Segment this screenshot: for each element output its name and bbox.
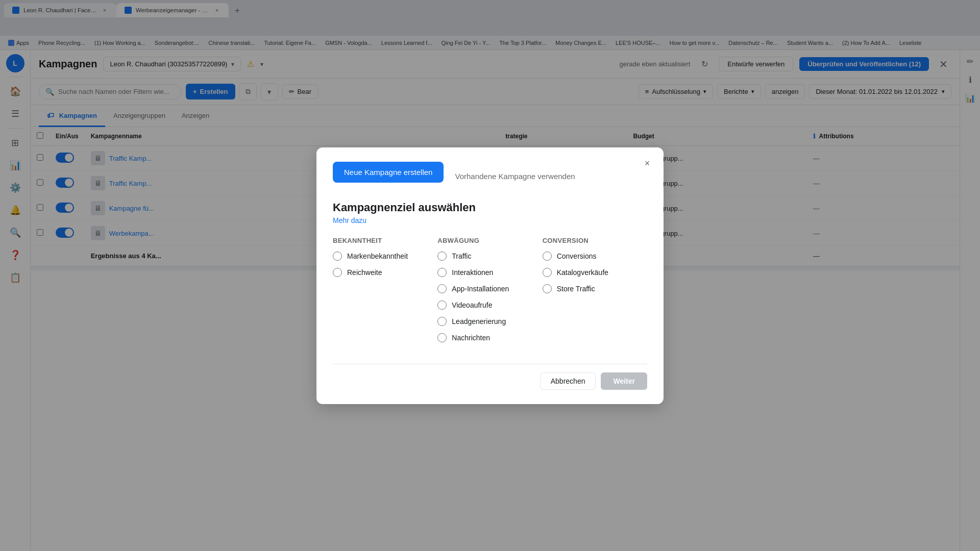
modal-overlay[interactable]: × Neue Kampagne erstellen Vorhandene Kam… <box>0 0 980 551</box>
cancel-button[interactable]: Abbrechen <box>540 372 596 390</box>
close-icon: × <box>645 158 650 169</box>
col-header-abwaegung: Abwägung <box>437 237 542 244</box>
modal-subtitle-link[interactable]: Mehr dazu <box>333 216 647 224</box>
modal-footer: Abbrechen Weiter <box>333 364 647 390</box>
campaign-goal-modal: × Neue Kampagne erstellen Vorhandene Kam… <box>316 147 664 404</box>
option-store-traffic[interactable]: Store Traffic <box>543 284 647 293</box>
weiter-button[interactable]: Weiter <box>601 372 647 390</box>
radio-store-traffic[interactable] <box>543 284 552 293</box>
label-traffic: Traffic <box>452 252 471 260</box>
modal-column-conversion: Conversion Conversions Katalogverkäufe S… <box>543 237 647 349</box>
modal-close-button[interactable]: × <box>639 156 655 172</box>
radio-markenbekanntheit[interactable] <box>333 252 342 261</box>
label-store-traffic: Store Traffic <box>557 285 595 293</box>
radio-katalogverkaeufe[interactable] <box>543 268 552 277</box>
option-nachrichten[interactable]: Nachrichten <box>437 333 542 342</box>
modal-tab-existing[interactable]: Vorhandene Kampagne verwenden <box>444 166 586 187</box>
option-app-installationen[interactable]: App-Installationen <box>437 284 542 293</box>
modal-column-abwaegung: Abwägung Traffic Interaktionen App-Insta… <box>437 237 542 349</box>
radio-leadgenerierung[interactable] <box>437 317 447 326</box>
radio-conversions[interactable] <box>543 252 552 261</box>
label-leadgenerierung: Leadgenerierung <box>452 317 506 325</box>
radio-videoaufrufe[interactable] <box>437 300 447 310</box>
option-katalogverkaeufe[interactable]: Katalogverkäufe <box>543 268 647 277</box>
label-markenbekanntheit: Markenbekanntheit <box>347 252 408 260</box>
label-nachrichten: Nachrichten <box>452 334 490 342</box>
label-reichweite: Reichweite <box>347 268 382 277</box>
label-conversions: Conversions <box>557 252 597 260</box>
option-reichweite[interactable]: Reichweite <box>333 268 437 277</box>
modal-tabs-row: Neue Kampagne erstellen Vorhandene Kampa… <box>333 162 647 191</box>
label-interaktionen: Interaktionen <box>452 268 493 277</box>
option-interaktionen[interactable]: Interaktionen <box>437 268 542 277</box>
col-header-bekanntheit: Bekanntheit <box>333 237 437 244</box>
radio-interaktionen[interactable] <box>437 268 447 277</box>
radio-app-installationen[interactable] <box>437 284 447 293</box>
option-conversions[interactable]: Conversions <box>543 252 647 261</box>
label-katalogverkaeufe: Katalogverkäufe <box>557 268 608 277</box>
option-markenbekanntheit[interactable]: Markenbekanntheit <box>333 252 437 261</box>
radio-nachrichten[interactable] <box>437 333 447 342</box>
option-videoaufrufe[interactable]: Videoaufrufe <box>437 300 542 310</box>
modal-column-bekanntheit: Bekanntheit Markenbekanntheit Reichweite <box>333 237 437 349</box>
label-videoaufrufe: Videoaufrufe <box>452 301 492 309</box>
option-leadgenerierung[interactable]: Leadgenerierung <box>437 317 542 326</box>
col-header-conversion: Conversion <box>543 237 647 244</box>
label-app-installationen: App-Installationen <box>452 285 509 293</box>
modal-columns: Bekanntheit Markenbekanntheit Reichweite… <box>333 237 647 349</box>
option-traffic[interactable]: Traffic <box>437 252 542 261</box>
modal-tab-new[interactable]: Neue Kampagne erstellen <box>333 162 444 183</box>
modal-title: Kampagnenziel auswählen <box>333 201 647 214</box>
radio-reichweite[interactable] <box>333 268 342 277</box>
radio-traffic[interactable] <box>437 252 447 261</box>
